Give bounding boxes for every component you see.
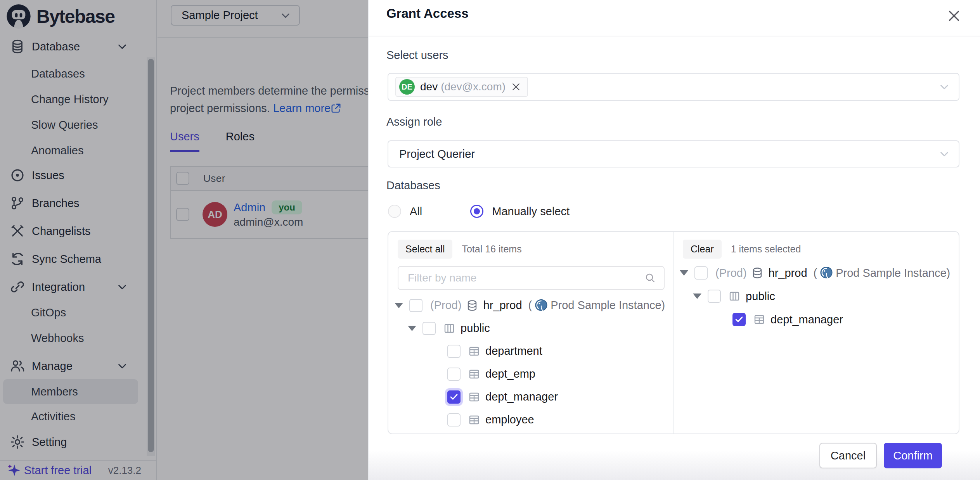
instance-name: Prod Sample Instance) — [551, 299, 665, 312]
tree-row-schema[interactable]: public — [674, 285, 957, 308]
tree-checkbox-checked[interactable] — [447, 390, 461, 404]
tree-row-table[interactable]: dept_manager — [388, 385, 671, 408]
tree-checkbox[interactable] — [447, 368, 461, 381]
tree-row-table[interactable]: department — [388, 340, 671, 363]
radio-manually-select[interactable]: Manually select — [470, 205, 570, 218]
caret-down-icon[interactable] — [408, 326, 416, 331]
table-name: dept_manager — [485, 390, 558, 403]
source-tree: (Prod) hr_prod ( Prod Sample Instance) p… — [388, 294, 671, 431]
cancel-button[interactable]: Cancel — [819, 443, 877, 468]
selected-tree: (Prod) hr_prod ( Prod Sample Instance) p… — [674, 261, 957, 331]
selected-panel: Clear 1 items selected (Prod) hr_prod ( … — [673, 232, 959, 433]
tree-row-schema[interactable]: public — [388, 317, 671, 340]
caret-down-icon[interactable] — [395, 303, 403, 308]
selected-count-label: 1 items selected — [731, 243, 801, 255]
database-icon — [751, 267, 763, 279]
env-label: (Prod) — [430, 299, 462, 312]
modal-header-divider — [369, 36, 980, 36]
clear-button[interactable]: Clear — [683, 240, 722, 259]
modal-title: Grant Access — [386, 6, 469, 21]
radio-all[interactable]: All — [388, 205, 422, 218]
tree-row-table[interactable]: dept_manager — [674, 308, 957, 331]
radio-all-label: All — [410, 205, 422, 218]
caret-down-icon[interactable] — [693, 294, 701, 299]
selected-user-chip: DE dev (dev@x.com) — [395, 77, 528, 97]
search-icon — [644, 272, 656, 284]
modal-backdrop[interactable] — [0, 0, 369, 480]
schema-name: public — [746, 290, 775, 303]
schema-icon — [443, 323, 455, 334]
radio-circle-selected[interactable] — [470, 205, 483, 218]
radio-circle[interactable] — [388, 205, 401, 218]
tree-checkbox[interactable] — [447, 345, 461, 358]
database-name: hr_prod — [483, 299, 522, 312]
close-icon[interactable] — [947, 9, 961, 23]
table-icon — [753, 314, 765, 325]
database-transfer-panels: Select all Total 16 items (Prod) hr_prod… — [388, 231, 959, 434]
confirm-button[interactable]: Confirm — [884, 443, 942, 468]
check-icon — [734, 314, 744, 325]
select-all-button[interactable]: Select all — [398, 240, 452, 259]
tree-checkbox[interactable] — [694, 266, 708, 280]
postgresql-icon — [534, 299, 548, 313]
chevron-down-icon — [938, 81, 950, 93]
grant-access-modal: Grant Access Select users DE dev (dev@x.… — [368, 0, 980, 480]
filter-input[interactable] — [408, 272, 625, 284]
filter-input-wrap — [398, 266, 665, 290]
table-icon — [468, 345, 480, 357]
check-icon — [449, 392, 459, 402]
radio-manual-label: Manually select — [492, 205, 570, 218]
tree-row-instance[interactable]: (Prod) hr_prod ( Prod Sample Instance) — [388, 294, 671, 317]
tree-checkbox-checked[interactable] — [732, 313, 746, 326]
tree-checkbox[interactable] — [447, 413, 461, 426]
select-users-input[interactable]: DE dev (dev@x.com) — [388, 73, 959, 101]
instance-name: Prod Sample Instance) — [836, 267, 950, 280]
chip-user-name: dev — [420, 81, 438, 93]
tree-row-instance[interactable]: (Prod) hr_prod ( Prod Sample Instance) — [674, 261, 957, 285]
tree-checkbox[interactable] — [409, 299, 422, 312]
tree-checkbox[interactable] — [708, 290, 721, 303]
table-icon — [468, 391, 480, 403]
table-name: dept_manager — [770, 313, 843, 326]
env-label: (Prod) — [715, 267, 747, 280]
modal-footer: Cancel Confirm — [369, 434, 980, 480]
tree-row-table[interactable]: dept_emp — [388, 363, 671, 385]
caret-down-icon[interactable] — [680, 270, 688, 276]
total-items-label: Total 16 items — [462, 243, 521, 255]
table-name: department — [485, 345, 542, 357]
database-icon — [466, 300, 478, 311]
role-select[interactable]: Project Querier — [388, 140, 959, 167]
avatar: DE — [399, 79, 415, 95]
role-select-value: Project Querier — [399, 148, 475, 161]
schema-name: public — [461, 322, 490, 335]
schema-icon — [729, 290, 740, 302]
remove-user-icon[interactable] — [511, 82, 521, 92]
paren: ( — [528, 299, 532, 312]
table-name: employee — [485, 413, 534, 426]
select-users-label: Select users — [386, 49, 448, 62]
database-name: hr_prod — [769, 267, 807, 280]
table-icon — [468, 368, 480, 380]
table-name: dept_emp — [485, 368, 535, 380]
assign-role-label: Assign role — [386, 116, 442, 128]
table-icon — [468, 414, 480, 426]
chevron-down-icon — [938, 148, 950, 160]
bytebase-app: Bytebase Database Databases Change Histo… — [0, 0, 980, 480]
tree-row-table[interactable]: employee — [388, 408, 671, 431]
paren: ( — [814, 267, 817, 280]
source-panel: Select all Total 16 items (Prod) hr_prod… — [388, 232, 673, 433]
tree-checkbox[interactable] — [422, 322, 436, 335]
postgresql-icon — [819, 266, 833, 280]
chip-user-email: (dev@x.com) — [441, 81, 506, 93]
databases-label: Databases — [386, 179, 440, 192]
